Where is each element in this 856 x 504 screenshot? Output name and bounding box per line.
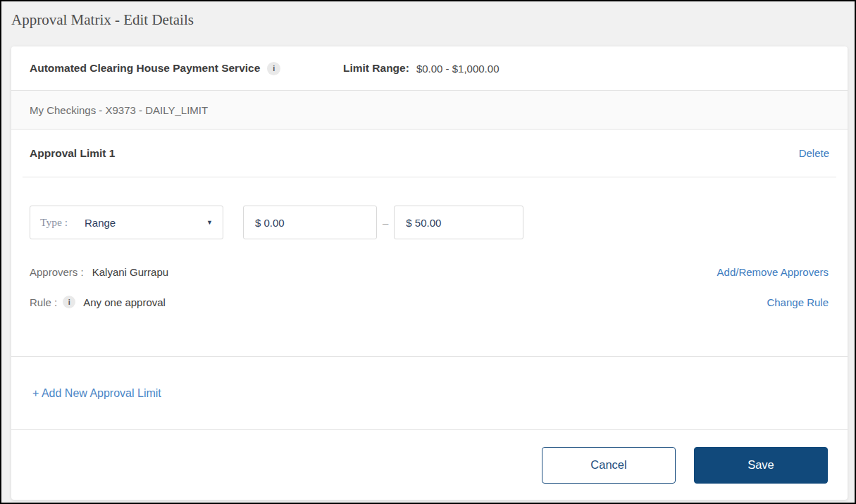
approval-limit-section: Approval Limit 1 Delete Type : Range ▼ –… bbox=[11, 130, 848, 357]
service-info-icon[interactable]: i bbox=[267, 62, 280, 75]
footer-actions: Cancel Save bbox=[11, 430, 848, 500]
edit-details-card: Automated Clearing House Payment Service… bbox=[11, 46, 848, 500]
approvers-value: Kalyani Gurrapu bbox=[92, 266, 168, 278]
service-header-row: Automated Clearing House Payment Service… bbox=[11, 46, 848, 91]
approvers-label: Approvers : bbox=[30, 266, 84, 278]
rule-info: Rule : i Any one approval bbox=[30, 296, 166, 308]
page-title: Approval Matrix - Edit Details bbox=[1, 1, 855, 29]
rule-label: Rule : bbox=[30, 296, 57, 308]
approvers-row: Approvers : Kalyani Gurrapu Add/Remove A… bbox=[30, 266, 829, 278]
save-button[interactable]: Save bbox=[694, 447, 828, 484]
max-amount-input[interactable] bbox=[394, 206, 523, 239]
limit-range-label: Limit Range: bbox=[343, 62, 409, 75]
rule-info-icon[interactable]: i bbox=[63, 296, 75, 308]
rule-row: Rule : i Any one approval Change Rule bbox=[30, 296, 829, 308]
add-new-approval-limit-link[interactable]: + Add New Approval Limit bbox=[32, 387, 161, 400]
approvers-info: Approvers : Kalyani Gurrapu bbox=[30, 266, 168, 278]
cancel-button[interactable]: Cancel bbox=[542, 447, 676, 484]
service-name: Automated Clearing House Payment Service bbox=[30, 62, 260, 75]
limit-range-value: $0.00 - $1,000.00 bbox=[416, 63, 500, 75]
approval-limit-title: Approval Limit 1 bbox=[30, 147, 115, 160]
account-row: My Checkings - X9373 - DAILY_LIMIT bbox=[11, 91, 848, 130]
range-separator: – bbox=[383, 217, 388, 229]
chevron-down-icon: ▼ bbox=[206, 219, 213, 226]
add-limit-section: + Add New Approval Limit bbox=[11, 357, 848, 430]
approval-limit-title-row: Approval Limit 1 Delete bbox=[23, 130, 836, 177]
add-remove-approvers-link[interactable]: Add/Remove Approvers bbox=[717, 266, 829, 278]
account-line: My Checkings - X9373 - DAILY_LIMIT bbox=[30, 104, 208, 116]
delete-link[interactable]: Delete bbox=[799, 147, 829, 159]
type-select[interactable]: Type : Range ▼ bbox=[30, 206, 223, 239]
type-label: Type : bbox=[40, 216, 68, 229]
limit-form-row: Type : Range ▼ – bbox=[30, 206, 829, 239]
min-amount-input[interactable] bbox=[243, 206, 377, 239]
type-selected-value: Range bbox=[85, 217, 116, 229]
limit-range: Limit Range: $0.00 - $1,000.00 bbox=[343, 62, 499, 75]
change-rule-link[interactable]: Change Rule bbox=[767, 296, 829, 308]
rule-value: Any one approval bbox=[83, 296, 166, 308]
